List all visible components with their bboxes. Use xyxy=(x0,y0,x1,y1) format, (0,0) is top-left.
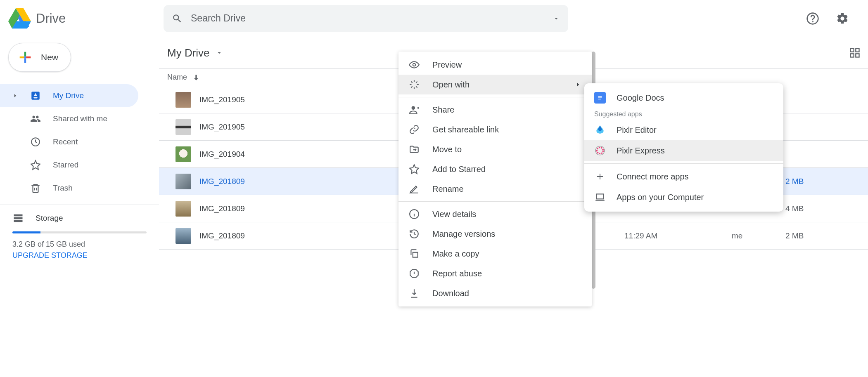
drive-logo-icon xyxy=(8,7,31,30)
search-bar[interactable] xyxy=(164,5,568,32)
copy-icon xyxy=(408,248,420,259)
chevron-right-icon xyxy=(574,81,582,88)
google-docs-icon xyxy=(594,92,606,104)
svg-rect-7 xyxy=(14,214,23,217)
ctx-move-to[interactable]: Move to xyxy=(398,139,592,159)
brand[interactable]: Drive xyxy=(8,7,157,30)
sub-apps-computer[interactable]: Apps on your Computer xyxy=(584,187,783,207)
svg-point-14 xyxy=(413,64,416,66)
svg-rect-9 xyxy=(14,220,23,222)
sidebar-item-label: Starred xyxy=(53,160,78,170)
sub-pixlr-editor[interactable]: Pixlr Editor xyxy=(584,120,783,140)
suggested-apps-header: Suggested apps xyxy=(584,108,783,120)
context-menu: Preview Open with Share Get shareable li… xyxy=(398,52,592,306)
sidebar-item-label: Trash xyxy=(53,184,73,193)
upgrade-storage-link[interactable]: UPGRADE STORAGE xyxy=(12,251,147,260)
ctx-manage-versions[interactable]: Manage versions xyxy=(398,224,592,244)
ctx-share[interactable]: Share xyxy=(398,100,592,120)
storage-usage: 3.2 GB of 15 GB used xyxy=(12,240,147,249)
settings-button[interactable] xyxy=(833,9,851,28)
grid-view-button[interactable] xyxy=(846,44,864,62)
svg-rect-8 xyxy=(14,217,23,219)
svg-rect-5 xyxy=(24,57,26,58)
svg-point-4 xyxy=(812,21,813,21)
search-icon xyxy=(172,13,183,24)
ctx-share-link[interactable]: Get shareable link xyxy=(398,120,592,139)
sidebar-item-label: Shared with me xyxy=(53,114,107,123)
drive-icon xyxy=(30,90,41,101)
ctx-report-abuse[interactable]: Report abuse xyxy=(398,264,592,283)
file-thumbnail xyxy=(175,201,191,217)
breadcrumb[interactable]: My Drive xyxy=(167,47,223,59)
star-icon xyxy=(30,159,41,171)
ctx-rename[interactable]: Rename xyxy=(398,179,592,199)
svg-rect-12 xyxy=(851,54,854,57)
sidebar-item-trash[interactable]: Trash xyxy=(0,177,138,200)
sidebar-item-my-drive[interactable]: My Drive xyxy=(0,84,138,107)
storage-label: Storage xyxy=(36,214,63,223)
expand-icon xyxy=(12,93,18,99)
svg-rect-10 xyxy=(851,49,854,52)
svg-rect-13 xyxy=(856,54,859,57)
help-button[interactable] xyxy=(804,9,822,28)
svg-point-22 xyxy=(597,147,603,153)
new-button[interactable]: New xyxy=(8,43,71,72)
storage-icon xyxy=(12,212,24,224)
header-actions xyxy=(804,9,860,28)
file-size: 2 MB xyxy=(785,177,868,186)
main: My Drive Name IMG_201905 IMG_201905 IMG_… xyxy=(159,37,868,377)
sidebar: New My Drive Shared with me Recent St xyxy=(0,37,159,377)
open-with-submenu: Google Docs Suggested apps Pixlr Editor … xyxy=(584,83,783,212)
ctx-open-with[interactable]: Open with xyxy=(398,75,592,94)
svg-rect-11 xyxy=(856,49,859,52)
sidebar-item-recent[interactable]: Recent xyxy=(0,130,138,153)
sub-connect-apps[interactable]: Connect more apps xyxy=(584,166,783,187)
sidebar-item-label: Recent xyxy=(53,137,78,146)
new-button-label: New xyxy=(41,52,58,62)
header: Drive xyxy=(0,0,868,37)
sidebar-item-shared[interactable]: Shared with me xyxy=(0,107,138,130)
person-add-icon xyxy=(408,104,420,115)
arrow-down-icon xyxy=(192,73,200,82)
link-icon xyxy=(408,124,420,135)
folder-move-icon xyxy=(408,144,420,155)
file-thumbnail xyxy=(175,228,191,244)
pencil-icon xyxy=(408,183,420,195)
sidebar-item-starred[interactable]: Starred xyxy=(0,153,138,177)
download-icon xyxy=(408,287,420,299)
history-icon xyxy=(408,228,420,240)
chevron-down-icon xyxy=(216,49,223,57)
file-thumbnail xyxy=(175,146,191,162)
pixlr-express-icon xyxy=(594,145,606,156)
file-size: 2 MB xyxy=(785,231,868,240)
sub-google-docs[interactable]: Google Docs xyxy=(584,87,783,108)
file-modified: 11:29 AM xyxy=(624,231,723,240)
search-input[interactable] xyxy=(191,13,544,24)
ctx-view-details[interactable]: View details xyxy=(398,204,592,224)
file-owner: me xyxy=(732,231,777,240)
ctx-make-copy[interactable]: Make a copy xyxy=(398,244,592,264)
breadcrumb-label: My Drive xyxy=(167,47,210,59)
file-thumbnail xyxy=(175,92,191,108)
ctx-preview[interactable]: Preview xyxy=(398,55,592,75)
svg-rect-17 xyxy=(413,252,418,257)
sub-pixlr-express[interactable]: Pixlr Express xyxy=(584,140,783,161)
ctx-add-starred[interactable]: Add to Starred xyxy=(398,159,592,179)
plus-icon xyxy=(594,171,606,182)
file-thumbnail xyxy=(175,174,191,189)
ctx-download[interactable]: Download xyxy=(398,283,592,303)
eye-icon xyxy=(408,59,420,71)
trash-icon xyxy=(30,182,41,194)
plus-icon xyxy=(17,49,33,66)
people-icon xyxy=(30,113,41,125)
svg-rect-18 xyxy=(598,96,602,97)
storage-bar xyxy=(12,231,147,233)
brand-name: Drive xyxy=(36,11,66,26)
file-size: 4 MB xyxy=(785,204,868,213)
svg-rect-20 xyxy=(598,99,601,99)
open-with-icon xyxy=(408,79,420,90)
info-icon xyxy=(408,208,420,220)
search-options-icon[interactable] xyxy=(553,15,560,22)
storage-section: Storage 3.2 GB of 15 GB used UPGRADE STO… xyxy=(0,212,159,260)
svg-rect-23 xyxy=(596,194,603,199)
